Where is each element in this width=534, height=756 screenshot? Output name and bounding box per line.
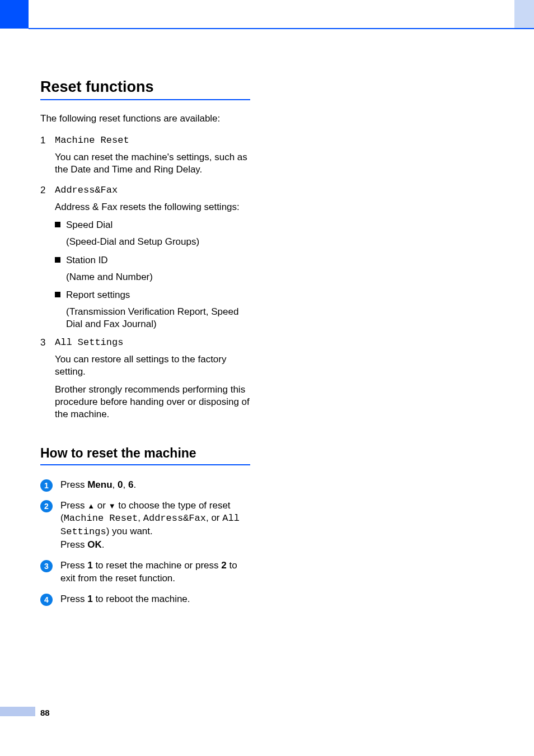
bullet-subtext: (Speed-Dial and Setup Groups) <box>66 236 250 248</box>
step-number-circle: 3 <box>40 560 53 572</box>
page-number-bar <box>0 707 35 716</box>
bullet-label: Report settings <box>66 289 130 301</box>
item-number: 2 <box>40 185 55 332</box>
bullet-item: Speed Dial <box>55 219 250 231</box>
text-segment: to reset the machine or press <box>93 560 222 571</box>
item-para: You can restore all settings to the fact… <box>55 353 250 378</box>
bold-text: OK <box>87 539 102 550</box>
mono-text: Machine Reset <box>64 513 138 524</box>
item-mono-label: All Settings <box>55 337 250 348</box>
step-item: 3Press 1 to reset the machine or press 2… <box>40 559 250 585</box>
bold-text: 0 <box>118 479 123 490</box>
item-number: 3 <box>40 337 55 424</box>
mono-text: Address&Fax <box>143 513 206 524</box>
item-para: Address & Fax resets the following setti… <box>55 201 250 213</box>
bold-text: Menu <box>87 479 112 490</box>
arrow-icon: ▼ <box>109 502 116 510</box>
square-bullet-icon <box>55 292 60 297</box>
header-blue-tab <box>0 0 29 29</box>
text-segment: , <box>138 512 143 523</box>
bullet-label: Speed Dial <box>66 219 113 231</box>
text-segment: . <box>133 479 136 490</box>
item-number: 1 <box>40 135 55 179</box>
text-segment: Press <box>60 594 87 604</box>
text-segment: ) you want. <box>106 526 153 536</box>
text-segment: or <box>95 500 109 511</box>
item-body: Machine ResetYou can reset the machine's… <box>55 135 250 179</box>
text-segment: , <box>123 479 128 490</box>
text-segment: Press <box>60 479 87 490</box>
step-text: Press Menu, 0, 6. <box>60 479 250 492</box>
bullet-subtext: (Transmission Verification Report, Speed… <box>66 306 250 330</box>
page-number: 88 <box>40 708 50 717</box>
steps-list: 1Press Menu, 0, 6.2Press ▲ or ▼ to choos… <box>40 479 250 606</box>
bold-text: 1 <box>87 594 92 604</box>
step-item: 2Press ▲ or ▼ to choose the type of rese… <box>40 500 250 552</box>
step-number-circle: 4 <box>40 594 53 606</box>
item-para: You can reset the machine's settings, su… <box>55 151 250 176</box>
item-body: All SettingsYou can restore all settings… <box>55 337 250 424</box>
section-title-how-to-reset: How to reset the machine <box>40 446 250 465</box>
page: Reset functions The following reset func… <box>0 0 534 756</box>
item-mono-label: Address&Fax <box>55 185 250 195</box>
bullet-item: Report settings <box>55 289 250 301</box>
step-text: Press ▲ or ▼ to choose the type of reset… <box>60 500 250 552</box>
step-number-circle: 1 <box>40 479 53 492</box>
step-text: Press 1 to reboot the machine. <box>60 593 250 606</box>
bold-text: 1 <box>87 560 92 571</box>
step-item: 4Press 1 to reboot the machine. <box>40 593 250 606</box>
text-segment: , <box>113 479 118 490</box>
text-segment: , or <box>206 512 222 523</box>
text-segment: Press <box>60 500 87 511</box>
numbered-item: 2Address&FaxAddress & Fax resets the fol… <box>40 185 250 332</box>
step-number-circle: 2 <box>40 500 53 512</box>
item-body: Address&FaxAddress & Fax resets the foll… <box>55 185 250 332</box>
text-segment: . <box>102 539 105 550</box>
bullet-subtext: (Name and Number) <box>66 271 250 283</box>
text-segment: Press <box>60 539 87 550</box>
text-segment: Press <box>60 560 87 571</box>
content-column: Reset functions The following reset func… <box>40 78 250 614</box>
reset-function-list: 1Machine ResetYou can reset the machine'… <box>40 135 250 424</box>
intro-text: The following reset functions are availa… <box>40 113 250 125</box>
bold-text: 6 <box>128 479 133 490</box>
bullet-label: Station ID <box>66 254 108 267</box>
numbered-item: 3All SettingsYou can restore all setting… <box>40 337 250 424</box>
bullet-item: Station ID <box>55 254 250 267</box>
item-para: Brother strongly recommends performing t… <box>55 384 250 421</box>
header-pale-tab <box>514 0 534 29</box>
step-text: Press 1 to reset the machine or press 2 … <box>60 559 250 585</box>
square-bullet-icon <box>55 257 60 263</box>
item-mono-label: Machine Reset <box>55 135 250 146</box>
step-item: 1Press Menu, 0, 6. <box>40 479 250 492</box>
section-title-reset-functions: Reset functions <box>40 78 250 100</box>
arrow-icon: ▲ <box>87 502 95 510</box>
bold-text: 2 <box>221 560 226 571</box>
numbered-item: 1Machine ResetYou can reset the machine'… <box>40 135 250 179</box>
header-rule <box>29 28 534 29</box>
text-segment: to reboot the machine. <box>93 594 190 604</box>
square-bullet-icon <box>55 222 60 227</box>
